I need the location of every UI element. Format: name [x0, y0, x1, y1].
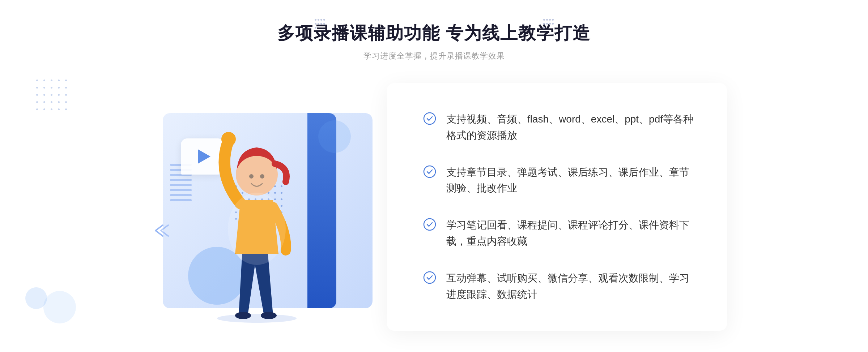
deco-dots-left	[315, 19, 326, 30]
deco-circle-left2	[43, 291, 76, 323]
feature-text-2: 支持章节目录、弹题考试、课后练习、课后作业、章节测验、批改作业	[446, 164, 698, 197]
check-icon-1	[423, 112, 436, 125]
svg-point-2	[261, 312, 277, 319]
svg-point-8	[424, 113, 435, 124]
feature-item-2: 支持章节目录、弹题考试、课后练习、课后作业、章节测验、批改作业	[423, 154, 698, 207]
content-area: 支持视频、音频、flash、word、excel、ppt、pdf等各种格式的资源…	[127, 83, 741, 331]
check-icon-3	[423, 218, 436, 231]
features-panel: 支持视频、音频、flash、word、excel、ppt、pdf等各种格式的资源…	[387, 83, 727, 331]
feature-item-4: 互动弹幕、试听购买、微信分享、观看次数限制、学习进度跟踪、数据统计	[423, 260, 698, 313]
svg-point-3	[221, 132, 236, 146]
svg-point-6	[260, 174, 264, 179]
svg-point-10	[424, 219, 435, 230]
person-figure	[188, 120, 326, 323]
svg-point-0	[217, 314, 297, 323]
check-icon-4	[423, 271, 436, 284]
page-container: 多项录播课辅助功能 专为线上教学打造 学习进度全掌握，提升录播课教学效果	[0, 0, 868, 352]
svg-point-7	[228, 193, 286, 265]
deco-dots-right	[543, 19, 554, 30]
feature-text-1: 支持视频、音频、flash、word、excel、ppt、pdf等各种格式的资源…	[446, 111, 698, 144]
feature-text-3: 学习笔记回看、课程提问、课程评论打分、课件资料下载，重点内容收藏	[446, 217, 698, 250]
illustration-wrapper	[141, 84, 387, 330]
page-deco-dots-topleft	[36, 80, 69, 112]
check-icon-2	[423, 165, 436, 178]
subtitle: 学习进度全掌握，提升录播课教学效果	[277, 51, 590, 61]
feature-text-4: 互动弹幕、试听购买、微信分享、观看次数限制、学习进度跟踪、数据统计	[446, 270, 698, 303]
feature-item-1: 支持视频、音频、flash、word、excel、ppt、pdf等各种格式的资源…	[423, 101, 698, 154]
svg-point-5	[249, 174, 254, 179]
svg-point-1	[235, 312, 251, 319]
svg-point-11	[424, 272, 435, 283]
chevron-left-deco	[152, 223, 170, 239]
feature-item-3: 学习笔记回看、课程提问、课程评论打分、课件资料下载，重点内容收藏	[423, 207, 698, 260]
svg-point-9	[424, 166, 435, 177]
